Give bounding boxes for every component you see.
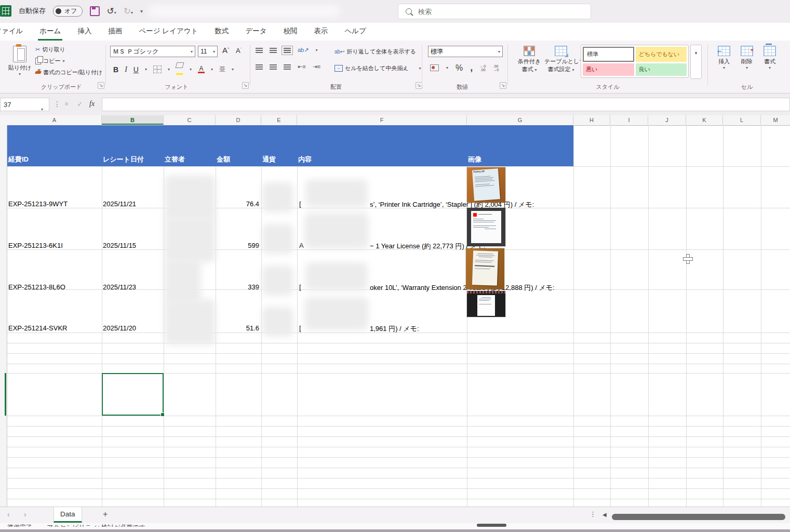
column-header-E[interactable]: E [261, 115, 297, 125]
tab-review[interactable]: 校閲 [282, 26, 299, 41]
cell-receipt-date[interactable]: 2025/11/21 [103, 200, 136, 208]
cell-style-good[interactable]: 良い [636, 63, 687, 76]
formula-input[interactable] [102, 98, 790, 111]
decrease-font-icon[interactable]: Aˇ [236, 47, 242, 55]
cell-expense-id[interactable]: EXP-251213-6K1I [8, 242, 63, 249]
increase-indent-icon[interactable]: ⇥≡ [313, 63, 321, 70]
enter-icon[interactable]: ✓ [77, 100, 83, 108]
column-header-G[interactable]: G [467, 115, 573, 125]
align-top-icon[interactable] [256, 48, 263, 53]
tab-help[interactable]: ヘルプ [343, 26, 368, 41]
fill-color-icon[interactable] [176, 62, 183, 76]
name-box[interactable]: 37▾ [0, 98, 49, 111]
cut-button[interactable]: ✂ 切り取り [35, 46, 65, 54]
align-right-icon[interactable] [284, 64, 291, 70]
cell-amount[interactable]: 51.6 [216, 324, 259, 332]
conditional-format-button[interactable]: 条件付き書式 ▾ [514, 46, 544, 73]
search-box[interactable] [398, 4, 591, 19]
phonetic-guide-icon[interactable]: 亜 [219, 65, 225, 74]
merge-center-button[interactable]: ↔ セルを結合して中央揃え ▾ [334, 64, 421, 72]
column-header-B[interactable]: B [102, 115, 164, 125]
sheet-options-dots-icon[interactable]: ⋮ [590, 510, 596, 518]
delete-cells-button[interactable]: × 削除 ▾ [737, 46, 757, 70]
tab-view[interactable]: 表示 [313, 26, 330, 41]
cell-expense-id[interactable]: EXP-251213-9WYT [8, 200, 68, 208]
column-header-D[interactable]: D [216, 115, 261, 125]
clipboard-dialog-launcher-icon[interactable]: ↘ [98, 82, 104, 89]
decrease-indent-icon[interactable]: ⇤≡ [298, 63, 306, 70]
align-bottom-icon[interactable] [284, 48, 291, 53]
tab-file[interactable]: ファイル [0, 26, 24, 41]
tab-page-layout[interactable]: ページ レイアウト [137, 26, 199, 41]
sheet-tab-data[interactable]: Data [53, 507, 82, 523]
fx-icon[interactable]: fx [89, 100, 95, 108]
font-color-icon[interactable]: A [198, 66, 205, 73]
column-header-H[interactable]: H [573, 115, 610, 125]
column-header-M[interactable]: M [761, 115, 790, 125]
tab-data[interactable]: データ [244, 26, 268, 41]
receipt-image-dark[interactable] [467, 291, 505, 317]
column-header-C[interactable]: C [164, 115, 216, 125]
undo-icon[interactable]: ↺▾ [107, 6, 116, 17]
column-header-L[interactable]: L [723, 115, 761, 125]
paste-button[interactable]: 貼り付け ▾ [6, 46, 33, 76]
search-input[interactable] [417, 7, 565, 16]
accounting-format-icon[interactable] [430, 64, 439, 71]
hscroll-left-icon[interactable]: ◀ [602, 512, 607, 517]
increase-font-icon[interactable]: A^ [222, 46, 229, 55]
cell-amount[interactable]: 599 [216, 242, 259, 249]
hscroll-thumb[interactable] [612, 514, 785, 520]
orientation-icon[interactable]: ab↗ [298, 47, 309, 54]
column-header-A[interactable]: A [7, 115, 102, 125]
quick-access-chevron-icon[interactable]: ▾ [140, 8, 143, 14]
cell-description[interactable]: 1,961 円) / メモ: [370, 324, 419, 334]
cell-style-bad[interactable]: 悪い [583, 63, 634, 76]
cell-style-neutral[interactable]: どちらでもない [636, 47, 687, 62]
save-icon[interactable] [90, 6, 100, 16]
cell-style-normal[interactable]: 標準 [583, 47, 634, 62]
decrease-decimal-icon[interactable]: .00→0 [493, 64, 499, 72]
format-painter-button[interactable]: 書式のコピー/貼り付け [35, 69, 102, 76]
tab-insert[interactable]: 挿入 [76, 26, 93, 41]
border-icon[interactable] [153, 65, 162, 73]
percent-icon[interactable]: % [456, 63, 463, 73]
format-cells-button[interactable]: 書式 ▾ [759, 46, 780, 70]
bottom-scroll-hint[interactable] [477, 524, 506, 527]
redo-icon[interactable]: ↻▾ [124, 6, 133, 17]
sheet-next-icon[interactable]: › [24, 510, 26, 518]
align-middle-icon[interactable] [270, 48, 277, 53]
column-header-F[interactable]: F [297, 115, 467, 125]
bold-button[interactable]: B [113, 65, 118, 74]
italic-button[interactable]: I [125, 65, 127, 74]
cell-description[interactable]: oker 10L’, ‘Warranty Extension 2 Years’]… [370, 283, 555, 292]
row-header-strip[interactable] [0, 125, 7, 507]
cell-amount[interactable]: 76.4 [216, 200, 259, 208]
tab-home[interactable]: ホーム [38, 26, 62, 41]
cell-amount[interactable]: 339 [216, 283, 259, 291]
align-center-icon[interactable] [270, 64, 277, 70]
align-left-icon[interactable] [256, 64, 263, 70]
fill-handle[interactable] [160, 413, 165, 417]
wrap-text-button[interactable]: ab↩ 折り返して全体を表示する [334, 48, 416, 56]
column-header-K[interactable]: K [686, 115, 723, 125]
insert-cells-button[interactable]: ⇐ 挿入 ▾ [714, 46, 734, 70]
underline-button[interactable]: U [133, 65, 139, 74]
format-as-table-button[interactable]: テーブルとして書式設定 ▾ [544, 46, 578, 73]
column-header-J[interactable]: J [648, 115, 686, 125]
cell-expense-id[interactable]: EXP-251213-8L6O [8, 283, 65, 291]
increase-decimal-icon[interactable]: ←0.00 [480, 64, 486, 72]
cell-expense-id[interactable]: EXP-251214-SVKR [8, 324, 67, 332]
number-format-select[interactable]: 標準▾ [428, 46, 503, 57]
selected-cell[interactable] [102, 373, 164, 416]
font-family-select[interactable]: ＭＳ Ｐゴシック▾ [110, 46, 195, 57]
tab-formulas[interactable]: 数式 [213, 26, 230, 41]
font-dialog-launcher-icon[interactable]: ↘ [242, 82, 249, 89]
receipt-image-wood[interactable] [466, 248, 504, 289]
comma-icon[interactable]: , [470, 62, 473, 73]
cell-description[interactable]: s’, ‘Printer Ink Cartridge’, ‘Stapler’] … [370, 200, 534, 209]
styles-gallery-more-button[interactable]: ▾ [690, 45, 702, 79]
cancel-icon[interactable]: × [64, 100, 69, 108]
copy-button[interactable]: コピー ▾ [35, 57, 65, 65]
autosave-toggle[interactable]: オフ [53, 6, 83, 17]
cell-receipt-date[interactable]: 2025/11/15 [103, 242, 136, 249]
